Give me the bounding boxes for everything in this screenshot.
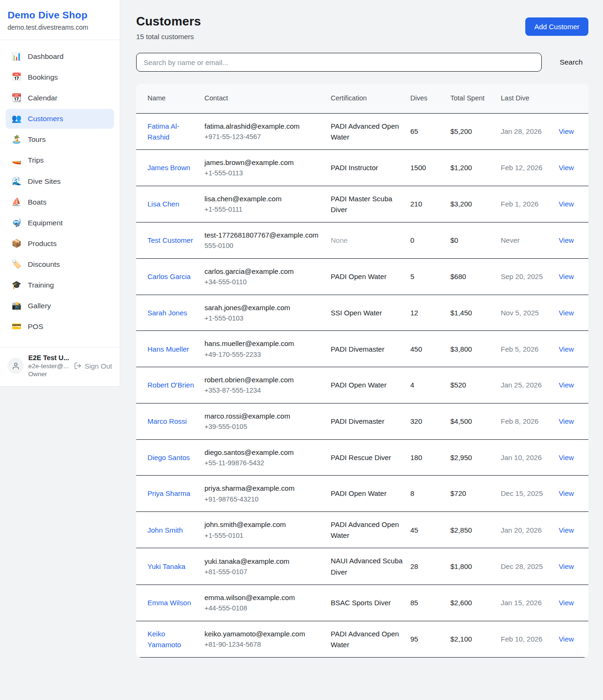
customer-phone: +1-555-0113 [204, 168, 324, 178]
dives-cell: 180 [410, 439, 450, 476]
customer-name-link[interactable]: Carlos Garcia [147, 272, 191, 280]
table-row: Yuki Tanaka yuki.tanaka@example.com +81-… [136, 548, 588, 585]
certification-text: PADI Advanced Open Water [331, 122, 399, 141]
main-content: Customers 15 total customers Add Custome… [120, 0, 603, 669]
view-cell: View [551, 150, 588, 186]
dives-cell: 210 [410, 186, 450, 222]
name-cell: Hans Mueller [136, 331, 204, 367]
sidebar-item[interactable]: 🚤 Trips [6, 150, 114, 170]
view-link[interactable]: View [559, 309, 574, 317]
customer-name-link[interactable]: Yuki Tanaka [147, 562, 186, 570]
view-link[interactable]: View [559, 381, 574, 389]
nav-item-label: Dashboard [28, 52, 64, 61]
view-cell: View [551, 403, 588, 439]
customer-phone: 555-0100 [204, 240, 324, 251]
customer-name-link[interactable]: Lisa Chen [147, 200, 179, 208]
nav-item-icon: 🏷️ [11, 259, 22, 270]
customers-table: Name Contact Certification Dives Total S… [136, 84, 588, 658]
view-link[interactable]: View [559, 417, 574, 425]
sidebar-item[interactable]: ⛵ Boats [6, 192, 114, 212]
search-input[interactable] [136, 53, 542, 72]
nav-item-icon: 📆 [11, 93, 22, 103]
customer-name-link[interactable]: Hans Mueller [147, 345, 189, 353]
sidebar-item[interactable]: 🏷️ Discounts [6, 255, 114, 274]
sidebar-item[interactable]: 🎓 Training [6, 275, 114, 295]
certification-text: PADI Open Water [331, 381, 386, 389]
last-dive-cell: Never [501, 222, 551, 259]
sidebar-item[interactable]: 🏝️ Tours [6, 130, 114, 149]
view-link[interactable]: View [559, 272, 574, 280]
customer-name-link[interactable]: Fatima Al-Rashid [147, 122, 179, 141]
certification-text: BSAC Sports Diver [331, 599, 391, 607]
customer-name-link[interactable]: Diego Santos [147, 453, 190, 461]
sidebar-item[interactable]: 👥 Customers [6, 109, 114, 129]
total-spent-cell: $1,800 [450, 548, 501, 585]
view-link[interactable]: View [559, 526, 574, 534]
certification-cell: PADI Rescue Diver [331, 439, 410, 476]
search-button[interactable]: Search [560, 54, 583, 70]
dives-cell: 45 [410, 511, 450, 548]
view-cell: View [551, 585, 588, 621]
dives-cell: 4 [410, 367, 450, 404]
certification-text: PADI Divemaster [331, 417, 384, 425]
customer-email: john.smith@example.com [204, 519, 324, 530]
nav-item-icon: 👥 [11, 114, 22, 124]
sidebar-item[interactable]: 📸 Gallery [6, 296, 114, 316]
view-link[interactable]: View [559, 489, 574, 497]
last-dive-cell: Feb 12, 2026 [501, 150, 551, 186]
customer-name-link[interactable]: Priya Sharma [147, 489, 190, 497]
view-link[interactable]: View [559, 127, 574, 135]
table-header-row: Name Contact Certification Dives Total S… [136, 84, 588, 113]
sidebar-item[interactable]: 🌊 Dive Sites [6, 172, 114, 191]
customer-name-link[interactable]: Robert O'Brien [147, 381, 194, 389]
view-link[interactable]: View [559, 562, 574, 570]
customer-name-link[interactable]: Sarah Jones [147, 309, 187, 317]
customer-email: sarah.jones@example.com [204, 302, 324, 313]
sign-out-label: Sign Out [85, 362, 112, 370]
last-dive-cell: Sep 20, 2025 [501, 258, 551, 295]
customer-name-link[interactable]: Keiko Yamamoto [147, 630, 181, 649]
contact-cell: test-1772681807767@example.com 555-0100 [204, 222, 331, 259]
customer-name-link[interactable]: Test Customer [147, 236, 193, 244]
shop-domain: demo.test.divestreams.com [8, 24, 112, 31]
view-link[interactable]: View [559, 599, 574, 607]
sign-out-button[interactable]: Sign Out [74, 362, 112, 370]
certification-text: PADI Divemaster [331, 345, 384, 353]
total-spent-cell: $1,200 [450, 150, 501, 186]
certification-cell: PADI Advanced Open Water [331, 621, 410, 658]
table-row: James Brown james.brown@example.com +1-5… [136, 150, 588, 186]
customer-name-link[interactable]: John Smith [147, 526, 183, 534]
customer-name-link[interactable]: James Brown [147, 164, 190, 172]
total-spent-cell: $3,800 [450, 331, 501, 367]
sidebar-item[interactable]: 🤿 Equipment [6, 213, 114, 233]
view-link[interactable]: View [559, 200, 574, 208]
sidebar-header: Demo Dive Shop demo.test.divestreams.com [0, 0, 120, 40]
add-customer-button[interactable]: Add Customer [525, 17, 588, 36]
dives-cell: 450 [410, 331, 450, 367]
name-cell: Priya Sharma [136, 476, 204, 512]
customer-email: keiko.yamamoto@example.com [204, 628, 324, 639]
view-link[interactable]: View [559, 635, 574, 643]
view-link[interactable]: View [559, 453, 574, 461]
column-header: Dives [410, 84, 450, 113]
last-dive-cell: Dec 15, 2025 [501, 476, 551, 512]
sidebar-item[interactable]: 📦 Products [6, 234, 114, 254]
sidebar-item[interactable]: 💳 POS [6, 317, 114, 337]
certification-cell: PADI Advanced Open Water [331, 113, 410, 150]
sidebar-item[interactable]: 📆 Calendar [6, 88, 114, 108]
sidebar-item[interactable]: 📊 Dashboard [6, 47, 114, 66]
nav-item-label: Dive Sites [28, 177, 61, 186]
contact-cell: priya.sharma@example.com +91-98765-43210 [204, 476, 331, 512]
last-dive-cell: Jan 20, 2026 [501, 511, 551, 548]
certification-cell: BSAC Sports Diver [331, 585, 410, 621]
view-link[interactable]: View [559, 236, 574, 244]
sidebar-item[interactable]: 📅 Bookings [6, 67, 114, 87]
customer-email: lisa.chen@example.com [204, 193, 324, 204]
view-link[interactable]: View [559, 345, 574, 353]
customer-email: test-1772681807767@example.com [204, 230, 324, 240]
view-link[interactable]: View [559, 164, 574, 172]
customer-name-link[interactable]: Marco Rossi [147, 417, 187, 425]
customer-name-link[interactable]: Emma Wilson [147, 599, 191, 607]
total-spent-cell: $4,500 [450, 403, 501, 439]
dives-cell: 65 [410, 113, 450, 150]
